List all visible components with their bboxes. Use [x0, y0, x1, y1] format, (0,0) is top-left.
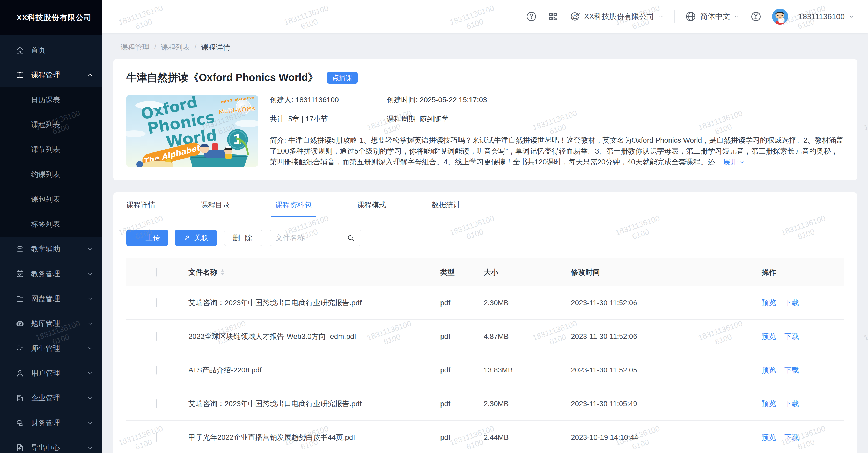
building-icon — [16, 394, 24, 402]
download-link[interactable]: 下载 — [784, 332, 799, 341]
cell-type: pdf — [440, 400, 484, 408]
preview-link[interactable]: 预览 — [762, 432, 776, 443]
sidebar-subitem[interactable]: 课包列表 — [0, 187, 102, 212]
sidebar-group-item[interactable]: 网盘管理 — [0, 286, 102, 311]
upload-button[interactable]: 上传 — [126, 230, 168, 246]
sidebar-group-item[interactable]: 师生管理 — [0, 336, 102, 361]
download-link[interactable]: 下载 — [784, 432, 799, 443]
sidebar-group-item[interactable]: 教学辅助 — [0, 237, 102, 262]
sort-control[interactable] — [220, 269, 225, 276]
language-switcher[interactable]: 简体中文 — [685, 11, 740, 22]
table-row: 艾瑞咨询：2023年中国跨境出口电商行业研究报告.pdf pdf 2.30MB … — [126, 387, 844, 421]
search-input[interactable] — [270, 234, 341, 242]
main-content: 课程管理 / 课程列表 / 课程详情 牛津自然拼读《Oxford Phonics… — [102, 33, 868, 453]
sidebar-group-item[interactable]: 企业管理 — [0, 386, 102, 411]
book-icon — [16, 71, 24, 80]
avatar-image — [772, 8, 788, 25]
search-icon — [347, 234, 354, 242]
sidebar-subitem[interactable]: 日历课表 — [0, 88, 102, 112]
chevron-down-icon — [87, 295, 94, 302]
row-checkbox[interactable] — [156, 399, 157, 408]
preview-link[interactable]: 预览 — [762, 298, 776, 308]
download-link[interactable]: 下载 — [784, 298, 799, 308]
breadcrumb-separator: / — [154, 42, 156, 52]
chevron-down-icon — [87, 370, 94, 377]
folder-icon — [16, 294, 24, 303]
tab-课程模式[interactable]: 课程模式 — [357, 200, 386, 217]
tab-课程目录[interactable]: 课程目录 — [201, 200, 230, 217]
course-cycle: 课程周期: 随到随学 — [386, 114, 844, 124]
top-header: 企 XX科技股份有限公司 简体中文 — [102, 0, 868, 33]
chevron-down-icon — [87, 394, 94, 402]
breadcrumb-course-management[interactable]: 课程管理 — [121, 42, 150, 52]
chevron-down-icon — [87, 419, 94, 427]
cell-type: pdf — [440, 332, 484, 341]
table-row: 艾瑞咨询：2023年中国跨境出口电商行业研究报告.pdf pdf 2.30MB … — [126, 286, 844, 320]
sidebar-group-item[interactable]: 教务管理 — [0, 262, 102, 286]
preview-link[interactable]: 预览 — [762, 399, 776, 409]
row-checkbox[interactable] — [156, 433, 157, 442]
column-size: 大小 — [484, 267, 571, 277]
column-type: 类型 — [440, 267, 484, 277]
chevron-down-icon — [87, 320, 94, 327]
org-switcher[interactable]: 企 XX科技股份有限公司 — [569, 11, 664, 22]
preview-link[interactable]: 预览 — [762, 332, 776, 341]
associate-button[interactable]: 关联 — [175, 230, 217, 246]
user-name: 18311136100 — [798, 12, 845, 21]
tab-数据统计[interactable]: 数据统计 — [432, 200, 461, 217]
company-logo: XX科技股份有限公司 — [0, 0, 102, 35]
user-menu[interactable]: 18311136100 — [798, 12, 855, 21]
breadcrumb: 课程管理 / 课程列表 / 课程详情 — [121, 42, 857, 52]
breadcrumb-course-detail: 课程详情 — [202, 42, 230, 52]
chevron-down-icon — [87, 345, 94, 352]
tab-课程资料包[interactable]: 课程资料包 — [275, 200, 312, 217]
help-icon[interactable] — [526, 11, 537, 22]
chevron-down-icon — [848, 13, 855, 20]
cell-modified: 2023-11-30 11:52:05 — [571, 366, 762, 374]
select-all-checkbox[interactable] — [156, 268, 157, 277]
qr-code-icon[interactable] — [547, 11, 559, 22]
cell-size: 2.44MB — [484, 433, 571, 442]
sidebar-item-label: 首页 — [31, 45, 94, 55]
breadcrumb-course-list[interactable]: 课程列表 — [161, 42, 190, 52]
sidebar-subitem[interactable]: 标签列表 — [0, 212, 102, 237]
sidebar-group-item[interactable]: 财务管理 — [0, 411, 102, 435]
preview-link[interactable]: 预览 — [762, 365, 776, 375]
cell-file-name: ATS产品介绍-2208.pdf — [188, 365, 440, 375]
projector-icon — [16, 245, 24, 253]
table-row: 2022全球区块链领域人才报告-Web3.0方向_edm.pdf pdf 4.8… — [126, 320, 844, 353]
sidebar-item-home[interactable]: 首页 — [0, 38, 102, 63]
delete-button[interactable]: 删 除 — [224, 230, 262, 246]
sidebar-subitem[interactable]: 约课列表 — [0, 162, 102, 187]
sidebar-item-course-management[interactable]: 课程管理 — [0, 63, 102, 88]
yen-circle-icon[interactable] — [750, 11, 762, 22]
cell-file-name: 艾瑞咨询：2023年中国跨境出口电商行业研究报告.pdf — [188, 399, 440, 409]
sidebar-groups: 教学辅助 教务管理 网盘管理 题库管理 师生管理 用户管理 企业管理 财务管理 — [0, 237, 102, 453]
cell-type: pdf — [440, 299, 484, 307]
sidebar-subitem[interactable]: 课程列表 — [0, 112, 102, 137]
cell-file-name: 艾瑞咨询：2023年中国跨境出口电商行业研究报告.pdf — [188, 298, 440, 308]
download-link[interactable]: 下载 — [784, 399, 799, 409]
tab-课程详情[interactable]: 课程详情 — [126, 200, 155, 217]
sidebar-group-item[interactable]: 用户管理 — [0, 361, 102, 386]
row-checkbox[interactable] — [156, 365, 157, 374]
sidebar-group-item[interactable]: 题库管理 — [0, 311, 102, 336]
sidebar-group-item[interactable]: 导出中心 — [0, 435, 102, 453]
search-button[interactable] — [341, 233, 361, 243]
coins-icon — [16, 419, 24, 427]
teacher-student-icon — [16, 344, 24, 353]
course-creator: 创建人: 18311136100 — [270, 95, 386, 105]
chevron-down-icon — [739, 159, 745, 165]
row-checkbox[interactable] — [156, 298, 157, 307]
chevron-down-icon — [87, 270, 94, 277]
cell-modified: 2023-11-30 11:52:06 — [571, 299, 762, 307]
download-link[interactable]: 下载 — [784, 365, 799, 375]
expand-link[interactable]: 展开 — [723, 158, 745, 166]
cell-modified: 2023-11-30 11:52:06 — [571, 332, 762, 341]
row-checkbox[interactable] — [156, 332, 157, 341]
cell-size: 13.83MB — [484, 366, 571, 374]
avatar[interactable] — [772, 8, 788, 25]
cell-size: 2.30MB — [484, 400, 571, 408]
cell-size: 4.87MB — [484, 332, 571, 341]
sidebar-subitem[interactable]: 课节列表 — [0, 137, 102, 162]
